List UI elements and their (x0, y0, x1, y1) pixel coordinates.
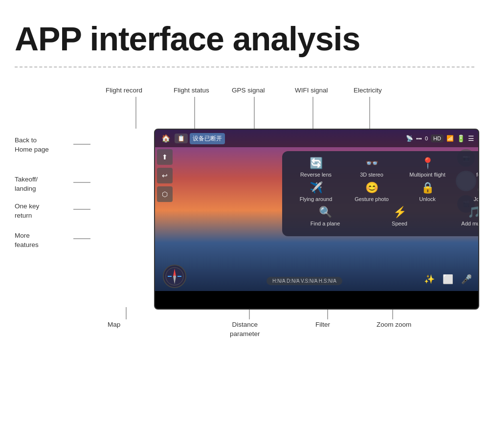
page-title: APP interface analysis (15, 20, 474, 58)
filter-icon[interactable]: ⬜ (441, 272, 455, 286)
menu-gesture[interactable]: 😊 Gesture photo (350, 181, 394, 202)
flight-record-tab[interactable]: 📋 (175, 134, 188, 143)
menu-speed[interactable]: ⚡ Speed (378, 206, 422, 226)
label-takeoff: Takeoff/ landing (15, 175, 71, 194)
status-bar: 🏠 📋 设备已断开 📡 ▪▪▪ 0 HD (155, 130, 478, 147)
device-text: 设备已断开 (193, 134, 222, 143)
popup-row-1: 🔄 Reverse lens 👓 3D stereo 📍 Multipoint … (288, 157, 478, 178)
reverse-lens-icon: 🔄 (310, 157, 323, 170)
menu-flying-around[interactable]: ✈️ Flying around (294, 181, 338, 202)
compass-south (173, 275, 176, 284)
follow-icon: 🚶 (477, 157, 479, 170)
label-distance: Distance parameter (230, 320, 260, 339)
label-map: Map (108, 320, 120, 330)
reverse-lens-label: Reverse lens (300, 172, 332, 178)
stereo-icon: 👓 (365, 157, 378, 170)
unlock-label: Unlock (419, 196, 436, 202)
label-more-features: More features (15, 231, 71, 250)
label-flight-status: Flight status (174, 86, 209, 95)
menu-unlock[interactable]: 🔒 Unlock (405, 181, 449, 202)
flying-around-label: Flying around (300, 196, 333, 202)
label-flight-record: Flight record (106, 86, 142, 95)
phone-mockup: 🏠 📋 设备已断开 📡 ▪▪▪ 0 HD (154, 129, 479, 310)
menu-multipoint[interactable]: 📍 Multipoint flight (405, 157, 449, 178)
speed-icon: ⚡ (393, 206, 406, 219)
left-controls: ⬆ ↩ ⬡ (157, 149, 173, 202)
compass (163, 265, 186, 288)
takeoff-btn[interactable]: ⬆ (157, 149, 173, 165)
battery-icon: 🔋 (457, 134, 465, 142)
brightness-icon[interactable]: ✨ (422, 272, 436, 286)
wifi-icon: 📶 (446, 135, 454, 142)
phone-screen: 🏠 📋 设备已断开 📡 ▪▪▪ 0 HD (155, 130, 478, 291)
unlock-icon: 🔒 (421, 181, 434, 194)
popup-menu: 🔄 Reverse lens 👓 3D stereo 📍 Multipoint … (282, 151, 478, 236)
menu-add-music[interactable]: 🎵 Add music (452, 206, 478, 226)
stereo-label: 3D stereo (360, 172, 383, 178)
return-btn[interactable]: ↩ (157, 168, 173, 183)
gesture-icon: 😊 (365, 181, 378, 194)
music-label: Add music (461, 221, 478, 226)
multipoint-icon: 📍 (421, 157, 434, 170)
nav-params: H:N/A D:N/A V.S:N/A H.S:N/A (194, 276, 415, 285)
label-gps-signal: GPS signal (232, 86, 265, 95)
label-one-key: One key return (15, 202, 71, 221)
mic-icon[interactable]: 🎤 (460, 272, 473, 286)
gps-count: 0 (425, 135, 428, 141)
signal-bars: ▪▪▪ (416, 135, 422, 141)
label-wifi-signal: WIFI signal (295, 86, 328, 95)
gps-signal-icon: 📡 (406, 135, 413, 142)
nav-params-text: H:N/A D:N/A V.S:N/A H.S:N/A (267, 277, 342, 285)
popup-row-2: ✈️ Flying around 😊 Gesture photo 🔒 Unloc… (288, 181, 478, 202)
popup-row-3: 🔍 Find a plane ⚡ Speed 🎵 Add music (288, 206, 478, 226)
menu-find-plane[interactable]: 🔍 Find a plane (303, 206, 347, 226)
label-zoom: Zoom zoom (377, 320, 411, 330)
menu-joystick[interactable]: 🕹️ Joystick (461, 181, 478, 202)
section-divider (15, 67, 474, 67)
features-btn[interactable]: ⬡ (157, 186, 173, 202)
multipoint-label: Multipoint flight (409, 172, 445, 178)
find-plane-label: Find a plane (311, 221, 340, 226)
music-icon: 🎵 (467, 206, 479, 219)
diagram-area: Flight record Flight status GPS signal W… (15, 82, 474, 356)
label-back-home: Back to Home page (15, 136, 71, 155)
label-electricity: Electricity (354, 86, 382, 95)
joystick-label: Joystick (473, 196, 478, 202)
status-right-icons: 📡 ▪▪▪ 0 HD 📶 🔋 ☰ (406, 134, 474, 142)
menu-3d-stereo[interactable]: 👓 3D stereo (350, 157, 394, 178)
menu-reverse-lens[interactable]: 🔄 Reverse lens (294, 157, 338, 178)
bottom-icons: ✨ ⬜ 🎤 (422, 272, 473, 286)
device-status: 设备已断开 (190, 133, 225, 144)
follow-label: follow (476, 172, 478, 178)
speed-label: Speed (392, 221, 407, 226)
home-icon[interactable]: 🏠 (159, 132, 173, 145)
menu-follow[interactable]: 🚶 follow (461, 157, 478, 178)
joystick-icon: 🕹️ (477, 181, 479, 194)
find-plane-icon: 🔍 (319, 206, 332, 219)
flying-around-icon: ✈️ (310, 181, 323, 194)
menu-icon[interactable]: ☰ (468, 134, 474, 142)
hd-badge: HD (431, 134, 444, 142)
label-filter: Filter (315, 320, 330, 330)
gesture-label: Gesture photo (355, 196, 389, 202)
